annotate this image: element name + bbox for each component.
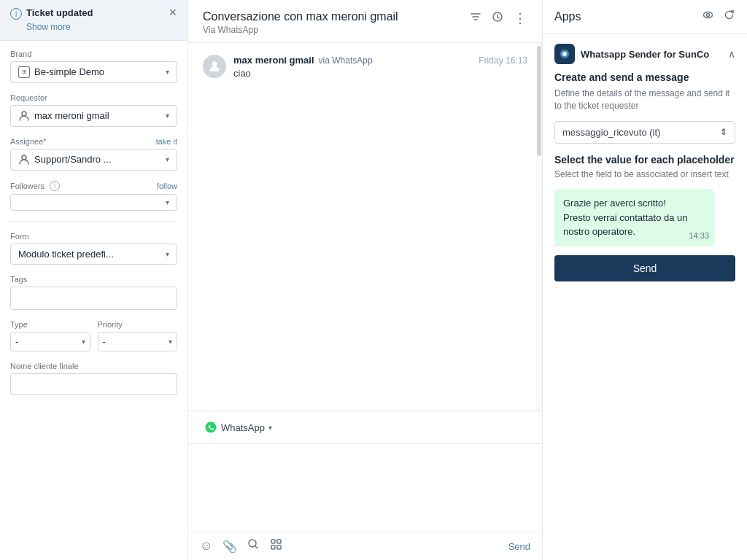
priority-label: Priority	[98, 320, 178, 329]
type-select[interactable]: - ▾	[10, 332, 90, 351]
ticket-updated-title: Ticket updated	[26, 7, 93, 20]
svg-point-10	[704, 12, 713, 18]
collapse-button[interactable]: ∧	[728, 48, 735, 60]
conversation-title: Conversazione con max meroni gmail	[203, 10, 398, 23]
svg-rect-7	[277, 540, 281, 543]
emoji-icon[interactable]: ☺	[200, 539, 212, 553]
template-select[interactable]: messaggio_ricevuto (it) ⇕	[554, 121, 735, 144]
compose-input[interactable]	[188, 444, 542, 532]
app-logo	[554, 44, 575, 64]
grid-icon[interactable]	[270, 538, 282, 554]
right-header-actions	[702, 9, 735, 24]
messages-area: max meroni gmail via WhatsApp Friday 16:…	[188, 43, 542, 411]
nome-field: Nome cliente finale	[10, 362, 177, 395]
svg-point-1	[22, 155, 26, 160]
via-label: via WhatsApp	[319, 55, 373, 66]
svg-point-13	[562, 52, 567, 56]
type-priority-row: Type - ▾ Priority - ▾	[10, 320, 177, 351]
svg-rect-9	[277, 545, 281, 549]
create-message-title: Create and send a message	[554, 71, 735, 83]
assignee-value: Support/Sandro ...	[34, 154, 112, 165]
left-panel: i Ticket updated Show more ✕ Brand ⊞	[0, 0, 188, 560]
bubble-time: 14:33	[689, 230, 709, 242]
person-icon	[18, 110, 30, 122]
assignee-select[interactable]: Support/Sandro ... ▾	[10, 149, 177, 171]
whatsapp-label: WhatsApp	[221, 422, 265, 433]
message-meta: max meroni gmail via WhatsApp Friday 16:…	[233, 55, 527, 66]
type-field: Type - ▾	[10, 320, 90, 351]
compose-toolbar: WhatsApp ▾	[188, 411, 542, 444]
priority-chevron-icon: ▾	[169, 338, 172, 346]
form-select[interactable]: Modulo ticket predefi... ▾	[10, 244, 177, 265]
compose-footer-icons: ☺ 📎	[200, 538, 282, 554]
avatar	[203, 55, 226, 78]
follow-link[interactable]: follow	[157, 182, 177, 190]
filter-icon[interactable]	[470, 11, 481, 26]
compose-send-button[interactable]: Send	[508, 541, 530, 552]
send-message-button[interactable]: Send	[554, 255, 735, 281]
svg-rect-8	[271, 545, 275, 549]
type-label: Type	[10, 320, 90, 329]
right-panel: Apps	[543, 0, 747, 560]
compose-footer: ☺ 📎 Send	[188, 532, 542, 560]
template-value: messaggio_ricevuto (it)	[562, 127, 660, 138]
left-panel-scroll: Brand ⊞ Be-simple Demo ▾ Requester	[0, 41, 187, 560]
org-icon: ⊞	[18, 66, 30, 78]
followers-info-icon: i	[50, 181, 60, 191]
brand-label: Brand	[10, 50, 177, 58]
svg-point-0	[22, 112, 26, 116]
sunco-logo-icon	[558, 47, 571, 61]
search-icon[interactable]	[247, 538, 260, 554]
type-value: -	[15, 336, 18, 347]
assignee-field: Assignee* take it Support/Sandro ... ▾	[10, 137, 177, 171]
assignee-person-icon	[18, 154, 30, 166]
right-panel-content: Whatsapp Sender for SunCo ∧ Create and s…	[543, 34, 747, 560]
compose-area: WhatsApp ▾ ☺ 📎	[188, 411, 542, 560]
apps-title: Apps	[554, 10, 581, 23]
conversation-header: Conversazione con max meroni gmail Via W…	[188, 0, 542, 43]
take-it-link[interactable]: take it	[156, 137, 177, 146]
scroll-track	[536, 43, 542, 411]
requester-chevron-icon: ▾	[166, 112, 169, 120]
whatsapp-chevron-icon: ▾	[268, 424, 272, 432]
more-options-icon[interactable]: ⋮	[514, 10, 527, 26]
create-message-desc: Define the details of the message and se…	[554, 88, 735, 112]
type-chevron-icon: ▾	[82, 338, 85, 346]
show-more-link[interactable]: Show more	[26, 22, 71, 32]
tags-label: Tags	[10, 275, 177, 284]
tags-input[interactable]	[10, 287, 177, 310]
conversation-subtitle: Via WhatsApp	[203, 25, 398, 35]
followers-field: Followers i follow ▾	[10, 181, 177, 211]
brand-select[interactable]: ⊞ Be-simple Demo ▾	[10, 61, 177, 83]
followers-chevron-icon: ▾	[166, 198, 169, 206]
app-name: Whatsapp Sender for SunCo	[581, 49, 709, 60]
brand-value: Be-simple Demo	[34, 66, 104, 77]
nome-label: Nome cliente finale	[10, 362, 177, 370]
form-label: Form	[10, 232, 177, 241]
form-field: Form Modulo ticket predefi... ▾	[10, 232, 177, 265]
tags-field: Tags	[10, 275, 177, 310]
refresh-icon[interactable]	[723, 9, 735, 24]
close-banner-button[interactable]: ✕	[169, 7, 177, 18]
brand-chevron-icon: ▾	[166, 68, 169, 76]
right-panel-header: Apps	[543, 0, 747, 34]
svg-point-11	[707, 14, 710, 17]
priority-select[interactable]: - ▾	[98, 332, 178, 351]
message-time: Friday 16:13	[479, 55, 527, 66]
history-icon[interactable]	[492, 11, 503, 26]
nome-input[interactable]	[10, 373, 177, 395]
assignee-chevron-icon: ▾	[166, 155, 169, 163]
message-content: max meroni gmail via WhatsApp Friday 16:…	[233, 55, 527, 79]
followers-select[interactable]: ▾	[10, 194, 177, 211]
app-card: Whatsapp Sender for SunCo ∧ Create and s…	[554, 44, 735, 281]
eye-icon[interactable]	[702, 9, 714, 24]
attachment-icon[interactable]: 📎	[222, 540, 237, 553]
scroll-thumb	[537, 46, 541, 156]
requester-select[interactable]: max meroni gmail ▾	[10, 105, 177, 127]
whatsapp-channel-selector[interactable]: WhatsApp ▾	[200, 419, 276, 436]
message-text: ciao	[233, 68, 527, 79]
svg-point-4	[206, 422, 217, 433]
app-card-left: Whatsapp Sender for SunCo	[554, 44, 709, 64]
priority-field: Priority - ▾	[98, 320, 178, 351]
svg-rect-6	[271, 540, 275, 543]
